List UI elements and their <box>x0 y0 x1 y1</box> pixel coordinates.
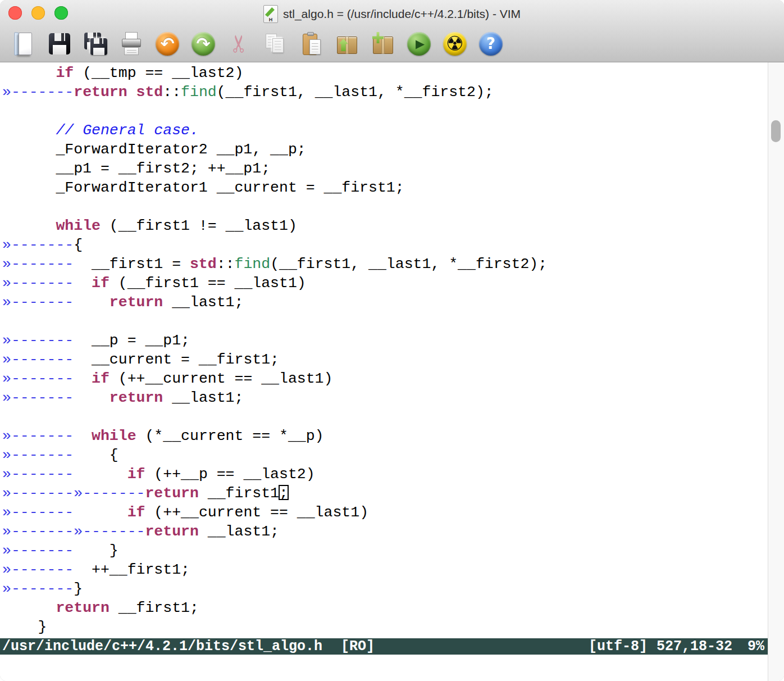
code-line: »------- __current = __first1; <box>2 350 768 369</box>
code-line: »------- if (++__current == __last1) <box>2 503 768 522</box>
code-line: »-------} <box>2 579 768 598</box>
undo-icon: ↶ <box>156 32 179 56</box>
code-line <box>2 312 768 331</box>
scroll-percent: 9% <box>747 638 764 655</box>
cut-icon: ✂ <box>227 31 252 56</box>
copy-icon <box>263 31 288 56</box>
code-line: »------- if (++__current == __last1) <box>2 369 768 388</box>
save-button[interactable] <box>47 30 72 57</box>
code-line: »-------»-------return __first1; <box>2 484 768 503</box>
code-line: _ForwardIterator1 __current = __first1; <box>2 178 768 197</box>
vim-window: H stl_algo.h = (/usr/include/c++/4.2.1/b… <box>0 0 784 681</box>
pencil-icon <box>265 7 275 17</box>
editor-body: if (__tmp == __last2)»-------return std:… <box>0 62 784 681</box>
window-header: H stl_algo.h = (/usr/include/c++/4.2.1/b… <box>0 0 784 62</box>
undo-icon-glyph: ↶ <box>160 35 174 52</box>
open-icon <box>11 31 36 56</box>
status-left: /usr/include/c++/4.2.1/bits/stl_algo.h [… <box>2 638 375 655</box>
code-line: »------- } <box>2 541 768 560</box>
document-icon: H <box>263 5 278 23</box>
code-line: // General case. <box>2 121 768 140</box>
code-line: »------- if (__first1 == __last1) <box>2 274 768 293</box>
run-script-icon: ▶ <box>407 32 431 56</box>
minimize-button[interactable] <box>31 6 45 20</box>
code-line: _ForwardIterator2 __p1, __p; <box>2 140 768 159</box>
code-line: __p1 = __first2; ++__p1; <box>2 159 768 178</box>
code-line: return __first1; <box>2 598 768 618</box>
make-icon: ☢ <box>443 32 467 56</box>
cut-icon-glyph: ✂ <box>227 34 251 53</box>
load-session-icon <box>335 31 359 56</box>
editor-viewport[interactable]: if (__tmp == __last2)»-------return std:… <box>0 62 768 638</box>
make-icon-glyph: ☢ <box>446 34 464 54</box>
load-session-button[interactable] <box>335 30 359 57</box>
copy-button[interactable] <box>263 30 288 57</box>
save-icon <box>47 31 72 56</box>
help-icon-glyph: ? <box>486 36 495 52</box>
code-line: »------- __first1 = std::find(__first1, … <box>2 255 768 274</box>
zoom-button[interactable] <box>54 6 68 20</box>
titlebar: H stl_algo.h = (/usr/include/c++/4.2.1/b… <box>0 0 784 26</box>
code-line <box>2 197 768 216</box>
file-path: /usr/include/c++/4.2.1/bits/stl_algo.h <box>2 638 322 655</box>
run-script-icon-glyph: ▶ <box>413 38 425 50</box>
undo-button[interactable]: ↶ <box>155 30 180 57</box>
code-line: »------- return __last1; <box>2 293 768 312</box>
code-line: if (__tmp == __last2) <box>2 63 768 83</box>
close-button[interactable] <box>8 6 22 20</box>
save-all-icon <box>83 31 108 56</box>
redo-icon-glyph: ↷ <box>196 35 210 52</box>
encoding-badge: [utf-8] <box>589 638 648 655</box>
print-icon <box>119 31 144 56</box>
print-button[interactable] <box>119 30 144 57</box>
window-title: stl_algo.h = (/usr/include/c++/4.2.1/bit… <box>283 7 521 21</box>
code-line: »-------return std::find(__first1, __las… <box>2 83 768 102</box>
run-script-button[interactable]: ▶ <box>407 30 431 57</box>
code-lines: if (__tmp == __last2)»-------return std:… <box>2 63 768 637</box>
code-line: »-------{ <box>2 235 768 255</box>
toolbar: ↶↷✂▶☢? <box>0 26 784 62</box>
cursor-position: 527,18-32 <box>657 638 732 655</box>
code-line: »------- return __last1; <box>2 388 768 407</box>
paste-button[interactable] <box>299 30 323 57</box>
code-line <box>2 102 768 121</box>
open-button[interactable] <box>11 30 36 57</box>
save-session-button[interactable] <box>371 30 395 57</box>
paste-icon <box>299 31 323 56</box>
command-line-area <box>0 655 768 681</box>
code-line: »------- __p = __p1; <box>2 331 768 350</box>
code-line: »------- ++__first1; <box>2 560 768 579</box>
code-line: »------- { <box>2 446 768 465</box>
cursor: ; <box>279 485 288 502</box>
doc-icon-letter: H <box>264 17 277 22</box>
code-line: while (__first1 != __last1) <box>2 216 768 235</box>
save-session-icon <box>371 31 395 56</box>
cut-button[interactable]: ✂ <box>227 30 252 57</box>
code-line <box>2 407 768 426</box>
redo-icon: ↷ <box>192 32 215 56</box>
help-button[interactable]: ? <box>478 30 503 57</box>
status-bar: /usr/include/c++/4.2.1/bits/stl_algo.h [… <box>0 638 768 655</box>
redo-button[interactable]: ↷ <box>191 30 216 57</box>
status-right: [utf-8] 527,18-32 9% <box>589 638 764 655</box>
code-line: »-------»-------return __last1; <box>2 522 768 541</box>
code-line: } <box>2 618 768 637</box>
scrollbar-track[interactable] <box>768 62 784 681</box>
readonly-badge: [RO] <box>341 638 375 655</box>
title-wrap: H stl_algo.h = (/usr/include/c++/4.2.1/b… <box>263 5 521 23</box>
code-line: »------- if (++__p == __last2) <box>2 465 768 484</box>
save-all-button[interactable] <box>83 30 108 57</box>
code-line: »------- while (*__current == *__p) <box>2 426 768 446</box>
make-button[interactable]: ☢ <box>443 30 467 57</box>
scrollbar-thumb[interactable] <box>771 120 781 142</box>
traffic-lights <box>8 0 68 26</box>
help-icon: ? <box>479 32 503 56</box>
